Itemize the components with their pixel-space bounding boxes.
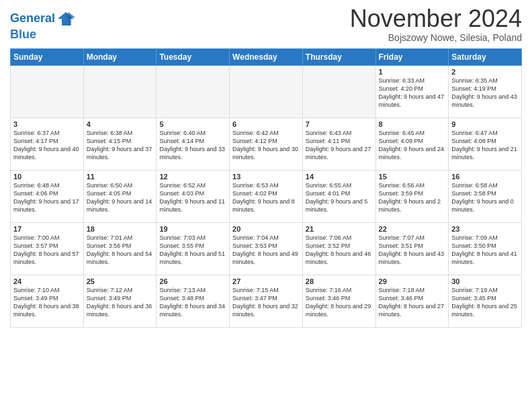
calendar-cell: 18Sunrise: 7:01 AMSunset: 3:56 PMDayligh… bbox=[83, 223, 157, 275]
calendar-cell: 21Sunrise: 7:06 AMSunset: 3:52 PMDayligh… bbox=[302, 223, 375, 275]
calendar-cell bbox=[302, 66, 375, 118]
day-info: Sunrise: 6:38 AMSunset: 4:15 PMDaylight:… bbox=[87, 129, 154, 162]
calendar-cell: 30Sunrise: 7:19 AMSunset: 3:45 PMDayligh… bbox=[449, 275, 522, 328]
day-info: Sunrise: 7:03 AMSunset: 3:55 PMDaylight:… bbox=[159, 234, 226, 267]
calendar-cell: 22Sunrise: 7:07 AMSunset: 3:51 PMDayligh… bbox=[375, 223, 449, 275]
day-info: Sunrise: 7:10 AMSunset: 3:49 PMDaylight:… bbox=[13, 286, 81, 319]
day-number: 26 bbox=[159, 277, 226, 285]
location: Bojszowy Nowe, Silesia, Poland bbox=[350, 32, 522, 43]
day-number: 10 bbox=[13, 173, 81, 181]
day-number: 7 bbox=[306, 120, 373, 128]
day-number: 1 bbox=[379, 68, 446, 76]
day-info: Sunrise: 6:35 AMSunset: 4:19 PMDaylight:… bbox=[451, 77, 519, 109]
day-info: Sunrise: 7:09 AMSunset: 3:50 PMDaylight:… bbox=[451, 234, 519, 267]
calendar-cell bbox=[157, 66, 230, 118]
day-info: Sunrise: 6:50 AMSunset: 4:05 PMDaylight:… bbox=[87, 181, 154, 214]
calendar-container: General Blue November 2024 Bojszowy Nowe… bbox=[0, 0, 532, 331]
calendar-cell: 5Sunrise: 6:40 AMSunset: 4:14 PMDaylight… bbox=[157, 118, 230, 171]
day-info: Sunrise: 6:45 AMSunset: 4:09 PMDaylight:… bbox=[379, 129, 446, 162]
day-info: Sunrise: 7:07 AMSunset: 3:51 PMDaylight:… bbox=[379, 234, 446, 267]
title-block: November 2024 Bojszowy Nowe, Silesia, Po… bbox=[350, 7, 522, 43]
day-number: 8 bbox=[379, 120, 446, 128]
calendar-cell: 4Sunrise: 6:38 AMSunset: 4:15 PMDaylight… bbox=[83, 118, 157, 171]
calendar-cell: 1Sunrise: 6:33 AMSunset: 4:20 PMDaylight… bbox=[375, 66, 449, 118]
day-number: 27 bbox=[232, 277, 300, 285]
calendar-table: Sunday Monday Tuesday Wednesday Thursday… bbox=[10, 48, 522, 328]
col-tuesday: Tuesday bbox=[157, 49, 230, 66]
day-info: Sunrise: 7:00 AMSunset: 3:57 PMDaylight:… bbox=[13, 234, 81, 267]
day-number: 9 bbox=[451, 120, 519, 128]
day-number: 19 bbox=[159, 225, 226, 233]
calendar-cell bbox=[230, 66, 303, 118]
calendar-header-row: Sunday Monday Tuesday Wednesday Thursday… bbox=[11, 49, 522, 66]
col-sunday: Sunday bbox=[11, 49, 84, 66]
header: General Blue November 2024 Bojszowy Nowe… bbox=[10, 7, 522, 43]
calendar-cell: 25Sunrise: 7:12 AMSunset: 3:49 PMDayligh… bbox=[83, 275, 157, 328]
day-number: 24 bbox=[13, 277, 81, 285]
calendar-cell: 12Sunrise: 6:52 AMSunset: 4:03 PMDayligh… bbox=[157, 171, 230, 223]
day-number: 14 bbox=[306, 173, 373, 181]
calendar-cell: 16Sunrise: 6:58 AMSunset: 3:58 PMDayligh… bbox=[449, 171, 522, 223]
calendar-cell: 9Sunrise: 6:47 AMSunset: 4:08 PMDaylight… bbox=[449, 118, 522, 171]
calendar-cell: 27Sunrise: 7:15 AMSunset: 3:47 PMDayligh… bbox=[230, 275, 303, 328]
day-number: 28 bbox=[306, 277, 373, 285]
logo: General Blue bbox=[10, 9, 75, 42]
calendar-cell: 13Sunrise: 6:53 AMSunset: 4:02 PMDayligh… bbox=[230, 171, 303, 223]
day-number: 12 bbox=[159, 173, 226, 181]
day-info: Sunrise: 7:19 AMSunset: 3:45 PMDaylight:… bbox=[451, 286, 519, 319]
day-number: 29 bbox=[379, 277, 446, 285]
day-number: 17 bbox=[13, 225, 81, 233]
col-friday: Friday bbox=[375, 49, 449, 66]
day-info: Sunrise: 7:16 AMSunset: 3:46 PMDaylight:… bbox=[306, 286, 373, 319]
svg-marker-0 bbox=[58, 12, 74, 26]
day-number: 4 bbox=[87, 120, 154, 128]
day-number: 6 bbox=[232, 120, 300, 128]
calendar-week-3: 10Sunrise: 6:48 AMSunset: 4:06 PMDayligh… bbox=[11, 171, 522, 223]
calendar-cell: 24Sunrise: 7:10 AMSunset: 3:49 PMDayligh… bbox=[11, 275, 84, 328]
calendar-cell: 2Sunrise: 6:35 AMSunset: 4:19 PMDaylight… bbox=[449, 66, 522, 118]
calendar-cell: 11Sunrise: 6:50 AMSunset: 4:05 PMDayligh… bbox=[83, 171, 157, 223]
col-wednesday: Wednesday bbox=[230, 49, 303, 66]
calendar-cell: 7Sunrise: 6:43 AMSunset: 4:11 PMDaylight… bbox=[302, 118, 375, 171]
day-number: 30 bbox=[451, 277, 519, 285]
day-info: Sunrise: 6:58 AMSunset: 3:58 PMDaylight:… bbox=[451, 181, 519, 214]
col-monday: Monday bbox=[83, 49, 157, 66]
calendar-cell: 28Sunrise: 7:16 AMSunset: 3:46 PMDayligh… bbox=[302, 275, 375, 328]
day-info: Sunrise: 6:55 AMSunset: 4:01 PMDaylight:… bbox=[306, 181, 373, 214]
day-number: 20 bbox=[232, 225, 300, 233]
calendar-cell: 17Sunrise: 7:00 AMSunset: 3:57 PMDayligh… bbox=[11, 223, 84, 275]
calendar-cell: 29Sunrise: 7:18 AMSunset: 3:46 PMDayligh… bbox=[375, 275, 449, 328]
day-info: Sunrise: 7:18 AMSunset: 3:46 PMDaylight:… bbox=[379, 286, 446, 319]
day-number: 25 bbox=[87, 277, 154, 285]
day-number: 11 bbox=[87, 173, 154, 181]
day-info: Sunrise: 7:13 AMSunset: 3:48 PMDaylight:… bbox=[159, 286, 226, 319]
day-number: 23 bbox=[451, 225, 519, 233]
calendar-cell: 23Sunrise: 7:09 AMSunset: 3:50 PMDayligh… bbox=[449, 223, 522, 275]
day-number: 2 bbox=[451, 68, 519, 76]
calendar-cell: 26Sunrise: 7:13 AMSunset: 3:48 PMDayligh… bbox=[157, 275, 230, 328]
logo-icon bbox=[56, 9, 75, 28]
day-info: Sunrise: 6:48 AMSunset: 4:06 PMDaylight:… bbox=[13, 181, 81, 214]
logo-line2: Blue bbox=[10, 28, 75, 42]
calendar-week-1: 1Sunrise: 6:33 AMSunset: 4:20 PMDaylight… bbox=[11, 66, 522, 118]
calendar-week-2: 3Sunrise: 6:37 AMSunset: 4:17 PMDaylight… bbox=[11, 118, 522, 171]
day-number: 15 bbox=[379, 173, 446, 181]
day-info: Sunrise: 6:42 AMSunset: 4:12 PMDaylight:… bbox=[232, 129, 300, 162]
day-info: Sunrise: 7:04 AMSunset: 3:53 PMDaylight:… bbox=[232, 234, 300, 267]
calendar-cell: 14Sunrise: 6:55 AMSunset: 4:01 PMDayligh… bbox=[302, 171, 375, 223]
calendar-cell: 3Sunrise: 6:37 AMSunset: 4:17 PMDaylight… bbox=[11, 118, 84, 171]
day-number: 3 bbox=[13, 120, 81, 128]
calendar-week-5: 24Sunrise: 7:10 AMSunset: 3:49 PMDayligh… bbox=[11, 275, 522, 328]
day-info: Sunrise: 6:47 AMSunset: 4:08 PMDaylight:… bbox=[451, 129, 519, 162]
day-number: 5 bbox=[159, 120, 226, 128]
day-info: Sunrise: 6:52 AMSunset: 4:03 PMDaylight:… bbox=[159, 181, 226, 214]
day-number: 16 bbox=[451, 173, 519, 181]
calendar-cell: 10Sunrise: 6:48 AMSunset: 4:06 PMDayligh… bbox=[11, 171, 84, 223]
day-info: Sunrise: 6:56 AMSunset: 3:59 PMDaylight:… bbox=[379, 181, 446, 214]
calendar-cell bbox=[83, 66, 157, 118]
day-info: Sunrise: 6:43 AMSunset: 4:11 PMDaylight:… bbox=[306, 129, 373, 162]
calendar-week-4: 17Sunrise: 7:00 AMSunset: 3:57 PMDayligh… bbox=[11, 223, 522, 275]
logo-text: General bbox=[10, 12, 55, 26]
day-number: 21 bbox=[306, 225, 373, 233]
calendar-cell: 20Sunrise: 7:04 AMSunset: 3:53 PMDayligh… bbox=[230, 223, 303, 275]
